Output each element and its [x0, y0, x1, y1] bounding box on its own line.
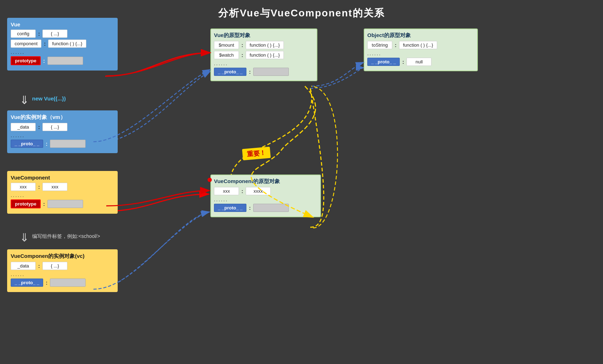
vp-watch-val: function ( ) {...}: [246, 51, 284, 59]
vue-config-row: config : { ...}: [11, 30, 114, 38]
op-proto-key: _ _proto_ _: [367, 58, 400, 66]
vue-prototype-colon: :: [43, 58, 45, 64]
vp-watch-key: $watch: [214, 51, 239, 59]
vm-data-val: { ...}: [42, 123, 67, 131]
op-tostring-key: toString: [367, 41, 392, 49]
vp-mount-colon: :: [241, 42, 243, 48]
page-title: 分析Vue与VueComponent的关系: [0, 0, 603, 20]
op-dots: ......: [367, 51, 474, 56]
vue-component-colon: :: [44, 41, 46, 47]
vc-inst-proto-key: _ _proto_ _: [11, 279, 43, 287]
vcp-xxx-key: xxx: [214, 187, 239, 195]
vcp-proto-key: _ _proto_ _: [214, 204, 246, 212]
vm-proto-row: _ _proto_ _ :: [11, 140, 114, 148]
vp-mount-key: $mount: [214, 41, 239, 49]
new-vue-arrow: ⇓: [20, 93, 29, 107]
vm-data-colon: :: [38, 124, 40, 130]
vp-dots: ......: [214, 61, 314, 66]
vue-config-val: { ...}: [42, 30, 67, 38]
op-tostring-row: toString : function ( ) {...}: [367, 41, 474, 49]
red-dot: [208, 178, 212, 182]
vc-inst-data-key: _data: [11, 262, 36, 270]
vm-proto-key: _ _proto_ _: [11, 140, 43, 148]
vc-proto-title: VueComponent的原型对象: [214, 178, 317, 185]
vcp-proto-colon: :: [249, 205, 251, 211]
important-badge: 重要！: [242, 147, 271, 161]
vp-watch-colon: :: [241, 52, 243, 58]
obj-proto-box: Object的原型对象 toString : function ( ) {...…: [364, 28, 478, 71]
vc-inst-data-val: { ...}: [42, 262, 67, 270]
new-vue-label: new Vue({...}): [32, 95, 66, 102]
vc-instance-box: VueComponen的实例对象(vc) _data : { ...} ....…: [7, 249, 118, 292]
obj-proto-title: Object的原型对象: [367, 32, 474, 39]
vcp-dots: ......: [214, 197, 317, 202]
vc-inst-proto-row: _ _proto_ _ :: [11, 279, 114, 287]
vc-xxx-colon: :: [38, 184, 40, 190]
op-tostring-val: function ( ) {...}: [399, 41, 437, 49]
vp-proto-key: _ _proto_ _: [214, 68, 246, 76]
vc-inst-dots: ......: [11, 272, 114, 277]
vc-dots: ......: [11, 193, 114, 198]
vue-dots: ......: [11, 50, 114, 55]
vm-data-row: _data : { ...}: [11, 123, 114, 131]
vc-prototype-row: prototype :: [11, 199, 114, 208]
vp-proto-val: [253, 68, 289, 76]
vc-inst-proto-colon: :: [46, 280, 47, 286]
vue-component-val: function ( ) {...}: [48, 40, 86, 48]
vue-component-row: component : function ( ) {...}: [11, 40, 114, 48]
vc-xxx-row: xxx : xxx: [11, 183, 114, 191]
vm-box-title: Vue的实例对象（vm）: [11, 114, 114, 121]
vc-inst-data-colon: :: [38, 263, 40, 269]
vue-prototype-key: prototype: [11, 56, 41, 65]
vue-config-key: config: [11, 30, 36, 38]
vc-inst-proto-val: [50, 279, 86, 287]
vue-proto-title: Vue的原型对象: [214, 32, 314, 39]
school-label: 编写组件标签，例如:<school/>: [32, 233, 100, 240]
vm-box: Vue的实例对象（vm） _data : { ...} ...... _ _pr…: [7, 110, 118, 153]
vp-mount-val: function ( ) {...}: [246, 41, 284, 49]
vm-data-key: _data: [11, 123, 36, 131]
vp-watch-row: $watch : function ( ) {...}: [214, 51, 314, 59]
vcp-xxx-row: xxx : xxxx: [214, 187, 317, 195]
vue-prototype-row: prototype :: [11, 56, 114, 65]
op-proto-row: _ _proto_ _ : null: [367, 58, 474, 66]
vue-proto-box: Vue的原型对象 $mount : function ( ) {...} $wa…: [210, 28, 317, 81]
vcp-proto-val: [253, 204, 289, 212]
vm-proto-colon: :: [46, 141, 47, 147]
vp-proto-row: _ _proto_ _ :: [214, 68, 314, 76]
vc-xxx-key: xxx: [11, 183, 36, 191]
op-proto-val: null: [407, 58, 431, 66]
vc-box-title: VueComponent: [11, 175, 114, 181]
vm-proto-val: [50, 140, 86, 148]
vc-prototype-val: [47, 200, 83, 208]
vcp-xxx-val: xxxx: [246, 187, 271, 195]
vc-proto-box: VueComponent的原型对象 xxx : xxxx ...... _ _p…: [210, 175, 321, 217]
vue-box: Vue config : { ...} component : function…: [7, 18, 118, 71]
vc-prototype-colon: :: [43, 201, 45, 207]
vcp-xxx-colon: :: [241, 188, 243, 194]
vc-box: VueComponent xxx : xxx ...... prototype …: [7, 171, 118, 214]
school-arrow: ⇓: [20, 231, 29, 244]
vcp-proto-row: _ _proto_ _ :: [214, 204, 317, 212]
vc-prototype-key: prototype: [11, 199, 41, 208]
vm-dots: ......: [11, 133, 114, 138]
vc-instance-title: VueComponen的实例对象(vc): [11, 253, 114, 260]
vc-inst-data-row: _data : { ...}: [11, 262, 114, 270]
vc-xxx-val: xxx: [42, 183, 67, 191]
vue-box-title: Vue: [11, 21, 114, 27]
op-tostring-colon: :: [395, 42, 397, 48]
vue-config-colon: :: [38, 31, 40, 37]
op-proto-colon: :: [402, 59, 404, 65]
vp-proto-colon: :: [249, 69, 251, 75]
vue-prototype-val: [47, 57, 83, 65]
vue-component-key: component: [11, 40, 41, 48]
vp-mount-row: $mount : function ( ) {...}: [214, 41, 314, 49]
